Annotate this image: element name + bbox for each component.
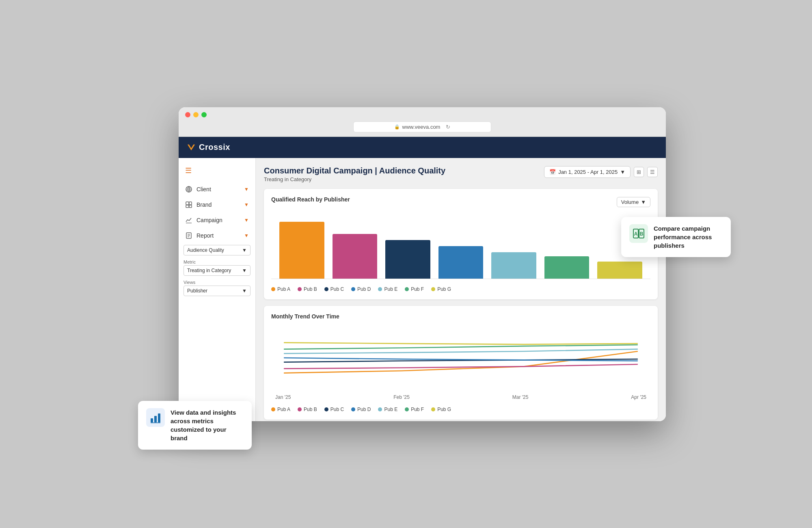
svg-rect-3 <box>186 205 189 208</box>
sidebar-item-campaign[interactable]: Campaign ▼ <box>179 212 255 228</box>
line-legend-pubf: Pub F <box>405 407 424 412</box>
line-puba <box>284 351 638 373</box>
bar-pub_a <box>279 222 324 279</box>
line-dot <box>378 407 382 411</box>
refresh-icon[interactable]: ↻ <box>446 124 450 130</box>
bar-pub_c <box>385 240 430 279</box>
legend-label-pub_f: Pub F <box>411 286 424 292</box>
address-bar[interactable]: 🔒 www.veeva.com ↻ <box>353 121 491 132</box>
legend-dot-pub_b <box>298 287 302 291</box>
browser-chrome: 🔒 www.veeva.com ↻ <box>179 107 666 137</box>
veeva-logo-icon <box>187 143 196 152</box>
list-view-button[interactable]: ☰ <box>647 167 658 177</box>
date-range-button[interactable]: 📅 Jan 1, 2025 - Apr 1, 2025 ▼ <box>544 166 631 178</box>
metric-arrow: ▼ <box>242 268 247 273</box>
sidebar-item-client[interactable]: Client ▼ <box>179 182 255 197</box>
bar-pub_f <box>544 256 590 279</box>
line-legend-pubd: Pub D <box>351 407 371 412</box>
legend-dot-pub_d <box>351 287 355 291</box>
views-arrow: ▼ <box>242 288 247 294</box>
bar-chart-icon <box>150 412 161 423</box>
sidebar: ☰ Client ▼ <box>179 158 256 421</box>
line-chart-title: Monthly Trend Over Time <box>271 313 650 320</box>
bar-pub_e <box>491 252 536 279</box>
legend-item-pub_a: Pub A <box>271 286 290 292</box>
browser-dots <box>185 112 659 117</box>
bar-pub_b <box>333 234 378 279</box>
line-dot <box>324 407 328 411</box>
bar-chart-legend: Pub APub BPub CPub DPub EPub FPub G <box>271 283 650 292</box>
svg-rect-10 <box>151 418 153 422</box>
globe-icon <box>185 186 192 193</box>
audience-quality-arrow: ▼ <box>242 247 247 253</box>
svg-rect-11 <box>154 416 157 422</box>
sidebar-item-report[interactable]: Report ▼ <box>179 228 255 243</box>
grid-view-button[interactable]: ⊞ <box>634 167 644 177</box>
hamburger-menu[interactable]: ☰ <box>179 164 255 182</box>
legend-label-pub_d: Pub D <box>357 286 371 292</box>
line-dot <box>431 407 435 411</box>
svg-rect-12 <box>158 413 160 422</box>
page-subtitle: Treating in Category <box>264 176 445 182</box>
views-dropdown[interactable]: Publisher ▼ <box>184 286 251 296</box>
legend-dot-pub_e <box>378 287 382 291</box>
views-label: Views <box>184 278 251 286</box>
line-legend-label: Pub D <box>357 407 371 412</box>
x-axis-label: Apr '25 <box>631 394 646 400</box>
x-axis-label: Mar '25 <box>512 394 529 400</box>
callout-right-icon-wrap: A B <box>629 224 648 243</box>
legend-item-pub_e: Pub E <box>378 286 397 292</box>
app-container: Crossix ☰ <box>179 137 666 421</box>
svg-marker-0 <box>188 144 195 150</box>
line-legend-label: Pub F <box>411 407 424 412</box>
minimize-button[interactable] <box>193 112 199 117</box>
svg-text:B: B <box>640 231 644 237</box>
line-chart-legend: Pub APub BPub CPub DPub EPub FPub G <box>271 403 650 412</box>
line-legend-pubc: Pub C <box>324 407 344 412</box>
bar-pub_g <box>597 262 642 279</box>
legend-item-pub_b: Pub B <box>298 286 317 292</box>
metric-label: Metric <box>184 258 251 265</box>
callout-left-icon-wrap <box>146 408 165 427</box>
legend-item-pub_f: Pub F <box>405 286 424 292</box>
legend-label-pub_c: Pub C <box>330 286 344 292</box>
line-legend-label: Pub B <box>304 407 317 412</box>
brand-icon <box>185 201 192 208</box>
callout-left-text: View data and insights across metrics cu… <box>171 408 244 442</box>
line-dot <box>271 407 275 411</box>
campaign-arrow-icon: ▼ <box>244 217 249 223</box>
sidebar-report-label: Report <box>197 232 240 239</box>
callout-right-text: Compare campaign performance across publ… <box>654 224 723 250</box>
svg-rect-5 <box>189 205 192 208</box>
close-button[interactable] <box>185 112 190 117</box>
page-header: Consumer Digital Campaign | Audience Qua… <box>264 166 658 182</box>
legend-dot-pub_g <box>431 287 435 291</box>
volume-dropdown[interactable]: Volume ▼ <box>617 197 650 207</box>
legend-dot-pub_c <box>324 287 328 291</box>
bar-chart-card: Qualified Reach by Publisher Volume ▼ Pu… <box>264 189 658 299</box>
legend-label-pub_g: Pub G <box>437 286 451 292</box>
sidebar-item-brand[interactable]: Brand ▼ <box>179 197 255 212</box>
metric-dropdown[interactable]: Treating in Category ▼ <box>184 265 251 276</box>
campaign-icon <box>185 216 192 224</box>
date-range-arrow: ▼ <box>620 169 625 175</box>
legend-label-pub_b: Pub B <box>304 286 317 292</box>
line-pubb <box>284 364 638 369</box>
maximize-button[interactable] <box>201 112 207 117</box>
main-area: ☰ Client ▼ <box>179 158 666 421</box>
line-chart-area <box>271 325 650 390</box>
line-legend-label: Pub C <box>330 407 344 412</box>
line-pubf <box>284 345 638 349</box>
legend-item-pub_d: Pub D <box>351 286 371 292</box>
legend-item-pub_g: Pub G <box>431 286 451 292</box>
line-legend-label: Pub G <box>437 407 451 412</box>
line-pubg <box>284 342 638 344</box>
audience-quality-dropdown[interactable]: Audience Quality ▼ <box>184 245 251 255</box>
lock-icon: 🔒 <box>394 124 400 130</box>
x-axis-label: Jan '25 <box>275 394 291 400</box>
volume-label: Volume <box>621 199 639 205</box>
calendar-icon: 📅 <box>549 169 556 175</box>
line-legend-label: Pub E <box>384 407 397 412</box>
svg-rect-4 <box>189 202 192 205</box>
sidebar-client-label: Client <box>197 186 240 193</box>
